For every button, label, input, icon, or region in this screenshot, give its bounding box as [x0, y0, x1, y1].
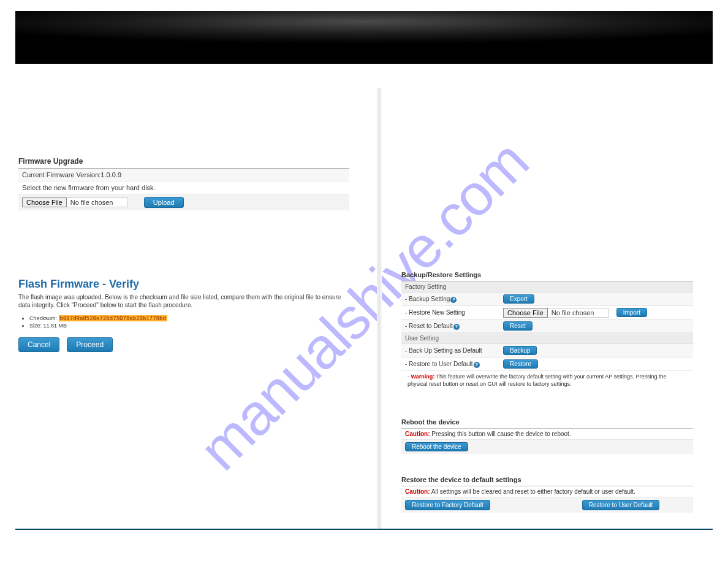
factory-setting-header: Factory Setting	[401, 282, 693, 293]
flash-verify-description: The flash image was uploaded. Below is t…	[18, 293, 349, 309]
warning-text: This feature will overwrite the factory …	[408, 373, 667, 387]
backup-restore-heading: Backup/Restore Settings	[401, 271, 693, 281]
restore-defaults-section: Restore the device to default settings C…	[401, 476, 693, 513]
checksum-label: Checksum:	[29, 315, 59, 321]
flash-verify-title: Flash Firmware - Verify	[18, 278, 349, 291]
import-button[interactable]: Import	[616, 308, 647, 317]
restore-caution-row: Caution: All settings will be cleared an…	[401, 486, 693, 497]
flash-verify-buttons: Cancel Proceed	[18, 337, 349, 352]
caution-text: All settings will be cleared and reset t…	[430, 488, 635, 495]
caution-text: Pressing this button will cause the devi…	[430, 431, 571, 437]
restore-user-default-button[interactable]: Restore to User Default	[582, 500, 660, 510]
proceed-button[interactable]: Proceed	[67, 337, 113, 352]
export-button[interactable]: Export	[503, 294, 534, 304]
reboot-heading: Reboot the device	[401, 418, 693, 428]
page-divider	[377, 88, 382, 529]
top-banner	[15, 11, 713, 64]
caution-prefix: Caution:	[405, 488, 430, 495]
backup-as-default-label: - Back Up Setting as Default	[405, 347, 503, 354]
reset-to-default-label: - Reset to Default?	[405, 323, 503, 330]
restore-defaults-heading: Restore the device to default settings	[401, 476, 693, 486]
restore-button[interactable]: Restore	[503, 359, 538, 369]
right-column: Backup/Restore Settings Factory Setting …	[401, 271, 693, 513]
reboot-button-row: Reboot the device	[401, 440, 693, 454]
restore-new-setting-label: - Restore New Setting	[405, 309, 503, 316]
user-setting-header: User Setting	[401, 333, 693, 344]
firmware-upgrade-heading: Firmware Upgrade	[18, 156, 349, 168]
reboot-device-button[interactable]: Reboot the device	[405, 442, 468, 451]
firmware-upload-row: Choose File No file chosen Upload	[18, 194, 349, 210]
upload-button[interactable]: Upload	[144, 197, 184, 208]
content-area: manualshive.com Firmware Upgrade Current…	[15, 64, 713, 530]
restore-new-setting-row: - Restore New Setting Choose File No fil…	[401, 306, 693, 320]
backup-setting-label: - Backup Setting?	[405, 296, 503, 303]
restore-user-default-row: - Restore to User Default? Restore	[401, 358, 693, 371]
choose-file-button[interactable]: Choose File	[22, 197, 67, 207]
caution-prefix: Caution:	[405, 431, 430, 437]
no-file-chosen-text: No file chosen	[548, 308, 609, 318]
reset-to-default-row: - Reset to Default? Reset	[401, 320, 693, 333]
checksum-value: b087d9a8520e726d75078ab20b1778bd	[59, 315, 167, 321]
reboot-caution-row: Caution: Pressing this button will cause…	[401, 429, 693, 440]
choose-file-button[interactable]: Choose File	[503, 308, 548, 318]
restore-buttons-row: Restore to Factory Default Restore to Us…	[401, 497, 693, 513]
backup-restore-section: Backup/Restore Settings Factory Setting …	[401, 271, 693, 391]
no-file-chosen-text: No file chosen	[67, 197, 128, 207]
restore-factory-default-button[interactable]: Restore to Factory Default	[405, 500, 490, 510]
checksum-item: Checksum: b087d9a8520e726d75078ab20b1778…	[29, 315, 349, 321]
firmware-select-prompt: Select the new firmware from your hard d…	[18, 182, 349, 194]
left-column: Firmware Upgrade Current Firmware Versio…	[18, 156, 349, 352]
backup-button[interactable]: Backup	[503, 346, 537, 355]
backup-setting-row: - Backup Setting? Export	[401, 293, 693, 306]
flash-firmware-verify-section: Flash Firmware - Verify The flash image …	[18, 278, 349, 352]
restore-user-default-label: - Restore to User Default?	[405, 361, 503, 368]
warning-prefix: Warning:	[411, 373, 435, 380]
info-icon[interactable]: ?	[474, 362, 480, 368]
info-icon[interactable]: ?	[450, 297, 457, 303]
flash-verify-list: Checksum: b087d9a8520e726d75078ab20b1778…	[29, 315, 349, 329]
reset-button[interactable]: Reset	[503, 321, 533, 331]
size-item: Size: 11.81 MB	[29, 323, 349, 329]
file-input-wrapper: Choose File No file chosen	[22, 197, 128, 207]
backup-as-default-row: - Back Up Setting as Default Backup	[401, 344, 693, 358]
info-icon[interactable]: ?	[453, 324, 460, 330]
file-input-wrapper: Choose File No file chosen	[503, 308, 609, 318]
cancel-button[interactable]: Cancel	[18, 337, 59, 352]
reboot-section: Reboot the device Caution: Pressing this…	[401, 418, 693, 454]
firmware-version-row: Current Firmware Version:1.0.0.9	[18, 169, 349, 182]
warning-row: - Warning: This feature will overwrite t…	[401, 371, 693, 391]
